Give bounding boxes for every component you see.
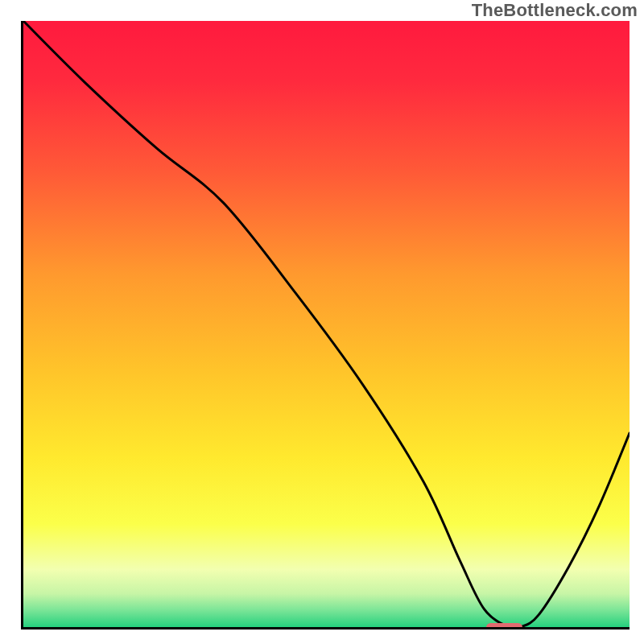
watermark-text: TheBottleneck.com: [472, 0, 638, 21]
optimal-range-marker: [486, 623, 522, 630]
chart-frame: TheBottleneck.com: [0, 0, 644, 644]
bottleneck-curve: [23, 21, 630, 627]
plot-area: [21, 21, 630, 630]
